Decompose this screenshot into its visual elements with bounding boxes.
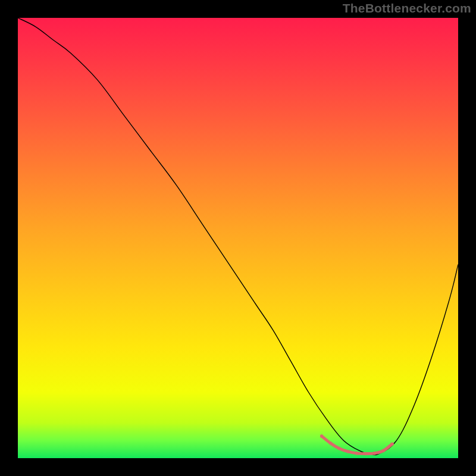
watermark-text: TheBottlenecker.com [343,1,471,15]
plot-area [18,18,458,458]
series-valley-highlight-point [329,441,333,445]
series-valley-highlight-point [381,449,385,453]
series-valley-highlight-point [337,447,341,450]
series-valley-highlight-point [390,443,394,446]
chart-svg [18,18,458,458]
chart-root: TheBottlenecker.com [0,0,476,476]
gradient-background [18,18,458,458]
series-valley-highlight-point [346,450,350,453]
series-valley-highlight-point [355,452,359,455]
series-valley-highlight-point [320,434,324,438]
series-valley-highlight-point [364,452,368,456]
series-valley-highlight-point [373,452,377,455]
